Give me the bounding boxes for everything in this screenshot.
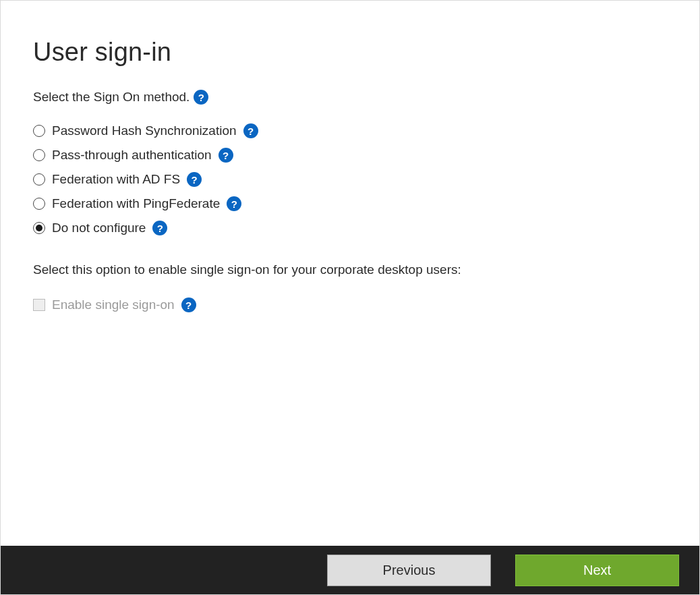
help-icon[interactable]: ? <box>243 123 258 138</box>
radio-button[interactable] <box>33 198 45 210</box>
help-icon[interactable]: ? <box>181 298 196 312</box>
next-button[interactable]: Next <box>515 555 679 586</box>
signon-instruction: Select the Sign On method. ? <box>33 90 667 105</box>
radio-option-password-hash-sync[interactable]: Password Hash Synchronization ? <box>33 123 667 138</box>
radio-button[interactable] <box>33 222 45 234</box>
radio-label: Password Hash Synchronization <box>52 123 237 138</box>
help-icon[interactable]: ? <box>194 90 208 105</box>
enable-sso-checkbox-row: Enable single sign-on ? <box>33 298 667 312</box>
help-icon[interactable]: ? <box>152 221 167 235</box>
content-area: User sign-in Select the Sign On method. … <box>1 1 699 312</box>
radio-label: Do not configure <box>52 221 146 235</box>
wizard-footer: Previous Next <box>1 546 699 594</box>
radio-option-federation-pingfederate[interactable]: Federation with PingFederate ? <box>33 196 667 211</box>
page-title: User sign-in <box>33 38 667 67</box>
wizard-page: User sign-in Select the Sign On method. … <box>0 0 700 595</box>
help-icon[interactable]: ? <box>187 172 202 187</box>
help-icon[interactable]: ? <box>218 148 233 163</box>
radio-button[interactable] <box>33 125 45 137</box>
radio-option-do-not-configure[interactable]: Do not configure ? <box>33 221 667 235</box>
radio-button[interactable] <box>33 149 45 161</box>
help-icon[interactable]: ? <box>227 196 241 211</box>
sso-instruction: Select this option to enable single sign… <box>33 262 667 277</box>
radio-button[interactable] <box>33 173 45 186</box>
radio-label: Federation with PingFederate <box>52 196 220 211</box>
signon-method-radio-group: Password Hash Synchronization ? Pass-thr… <box>33 123 667 235</box>
radio-option-pass-through-auth[interactable]: Pass-through authentication ? <box>33 148 667 163</box>
previous-button[interactable]: Previous <box>327 555 491 586</box>
enable-sso-label: Enable single sign-on <box>52 298 175 312</box>
radio-option-federation-adfs[interactable]: Federation with AD FS ? <box>33 172 667 187</box>
enable-sso-checkbox <box>33 299 45 311</box>
radio-label: Federation with AD FS <box>52 172 180 187</box>
signon-instruction-text: Select the Sign On method. <box>33 90 189 105</box>
radio-label: Pass-through authentication <box>52 148 212 163</box>
